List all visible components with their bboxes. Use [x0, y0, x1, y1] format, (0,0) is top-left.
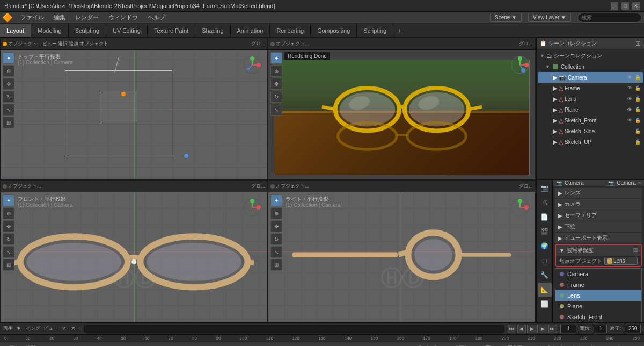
frame-start-input[interactable] [594, 325, 607, 333]
rotate-tool[interactable]: ↻ [3, 91, 14, 103]
outliner-filter-icon[interactable]: ⊞ [635, 40, 641, 47]
scene-selector[interactable]: Scene ▼ [490, 13, 522, 22]
props-icon-scene[interactable]: 🎬 [538, 225, 552, 239]
tab-sculpting[interactable]: Sculpting [69, 24, 106, 37]
view-layer-selector[interactable]: View Layer ▼ [528, 13, 571, 22]
viewport-bottom-left[interactable]: オブジェクト... グロ... [0, 180, 268, 322]
viewport-tl-menu-obj[interactable]: オブジェクト... [8, 40, 41, 47]
tab-texture-paint[interactable]: Texture Paint [148, 24, 195, 37]
br-rotate-tool[interactable]: ↻ [270, 233, 282, 245]
tab-shading[interactable]: Shading [195, 24, 230, 37]
tr-rotate-tool[interactable]: ↻ [270, 91, 282, 103]
lens-restrict-view[interactable]: 🔒 [635, 96, 641, 102]
dropdown-lens[interactable]: Lens [555, 290, 641, 301]
sketch-side-restrict-view[interactable]: 🔒 [635, 128, 641, 134]
bl-scale-tool[interactable]: ⤡ [3, 246, 14, 258]
menu-window[interactable]: ウィンドウ [104, 12, 142, 23]
frame-restrict-render[interactable]: 👁 [627, 85, 632, 91]
jump-start-button[interactable]: ⏮ [508, 325, 516, 333]
dof-checkbox[interactable]: ☑ [633, 248, 638, 253]
bl-cursor-tool[interactable]: ⊕ [3, 207, 14, 219]
timeline-menu-view[interactable]: ビュー [43, 325, 58, 332]
camera-restrict-render[interactable]: 👁 [627, 75, 632, 80]
frame-restrict-view[interactable]: 🔒 [635, 85, 641, 91]
viewport-bottom-right[interactable]: オブジェクト... グロ... ライト・平行投影 [268, 180, 536, 322]
br-move-tool[interactable]: ✥ [270, 220, 282, 232]
tr-select-tool[interactable]: ✦ [270, 52, 282, 64]
props-icon-material[interactable]: ⬜ [538, 297, 552, 311]
minimize-button[interactable]: — [611, 2, 618, 10]
current-frame-input[interactable]: 1 [560, 325, 576, 333]
timeline-menu-keying[interactable]: キーイング [16, 325, 40, 332]
timeline-menu-play[interactable]: 再生 [3, 325, 13, 332]
focus-object-field[interactable]: Lens [604, 257, 638, 265]
maximize-button[interactable]: □ [621, 2, 629, 10]
timeline-ruler[interactable] [84, 325, 504, 333]
tab-scripting[interactable]: Scripting [357, 24, 393, 37]
prop-section-lens[interactable]: ▶ レンズ [555, 188, 642, 198]
sketch-up-restrict-view[interactable]: 🔒 [635, 139, 641, 145]
viewport-bl-menu[interactable]: オブジェクト... [8, 183, 41, 190]
prop-section-background[interactable]: ▶ 下絵 [555, 221, 642, 232]
prop-section-safe-areas[interactable]: ▶ セーフエリア [555, 210, 642, 221]
bl-rotate-tool[interactable]: ↻ [3, 233, 14, 245]
props-icon-world[interactable]: 🌍 [538, 239, 552, 253]
tree-item-scene-collection[interactable]: ▼ 🗂 シーンコレクション [538, 51, 643, 61]
viewport-bl-gizmo[interactable]: グロ... [251, 183, 265, 190]
plane-restrict-render[interactable]: 👁 [627, 107, 632, 112]
menu-help[interactable]: ヘルプ [143, 12, 170, 23]
br-cursor-tool[interactable]: ⊕ [270, 207, 282, 219]
transform-tool[interactable]: ⊞ [3, 117, 14, 128]
props-icon-view-layer[interactable]: 📄 [538, 210, 552, 224]
viewport-tl-menu-object[interactable]: オブジェクト [79, 40, 108, 47]
tab-uv-editing[interactable]: UV Editing [106, 24, 148, 37]
tr-scale-tool[interactable]: ⤡ [270, 104, 282, 116]
tree-item-collection[interactable]: ▼ Collection [538, 61, 643, 72]
lens-restrict-render[interactable]: 👁 [627, 96, 632, 102]
bl-select-tool[interactable]: ✦ [3, 194, 14, 206]
plane-restrict-view[interactable]: 🔒 [635, 107, 641, 112]
cursor-tool[interactable]: ⊕ [3, 65, 14, 77]
next-frame-button[interactable]: ▶ [539, 325, 547, 333]
prop-section-camera[interactable]: ▶ カメラ [555, 199, 642, 210]
camera-restrict-view[interactable]: 🔒 [635, 75, 641, 80]
viewport-tl-menu-select[interactable]: 選択 [58, 40, 68, 47]
select-tool[interactable]: ✦ [3, 52, 14, 64]
viewport-tr-gizmo[interactable]: グロ... [519, 40, 533, 47]
prev-frame-button[interactable]: ◀ [517, 325, 526, 333]
dropdown-frame[interactable]: Frame [555, 279, 641, 290]
timeline-menu-marker[interactable]: マーカー [61, 325, 80, 332]
sketch-front-restrict-render[interactable]: 👁 [627, 118, 632, 123]
move-tool[interactable]: ✥ [3, 78, 14, 90]
tab-rendering[interactable]: Rendering [270, 24, 311, 37]
frame-end-input[interactable] [625, 325, 641, 333]
menu-file[interactable]: ファイル [16, 12, 48, 23]
viewport-top-right[interactable]: オブジェクト... グロ... Rendering Done [268, 38, 536, 180]
tab-animation[interactable]: Animation [231, 24, 270, 37]
props-icon-data[interactable]: 📐 [538, 283, 552, 297]
viewport-tl-menu-view[interactable]: ビュー [42, 40, 57, 47]
br-select-tool[interactable]: ✦ [270, 194, 282, 206]
menu-edit[interactable]: 編集 [49, 12, 70, 23]
tree-item-plane[interactable]: ▶ △ Plane 👁 🔒 [538, 104, 643, 115]
tr-move-tool[interactable]: ✥ [270, 78, 282, 90]
viewport-top-left[interactable]: オブジェクト... ビュー 選択 追加 オブジェクト グロ... → ↑ [0, 38, 268, 180]
br-transform-tool[interactable]: ⊞ [270, 259, 282, 271]
tree-item-camera[interactable]: ▶ 📷 Camera 👁 🔒 [538, 72, 643, 83]
tree-item-lens[interactable]: ▶ △ Lens 👁 🔒 [538, 93, 643, 104]
prop-section-dof[interactable]: ▼ 被写界深度 ☑ [556, 245, 641, 256]
dropdown-camera[interactable]: Camera [555, 269, 641, 279]
br-scale-tool[interactable]: ⤡ [270, 246, 282, 258]
tab-layout[interactable]: Layout [0, 24, 31, 37]
tr-cursor-tool[interactable]: ⊕ [270, 65, 282, 77]
bl-move-tool[interactable]: ✥ [3, 220, 14, 232]
tree-item-frame[interactable]: ▶ △ Frame 👁 🔒 [538, 83, 643, 93]
close-button[interactable]: ✕ [632, 2, 640, 10]
viewport-br-menu[interactable]: オブジェクト... [276, 183, 309, 190]
global-search-input[interactable] [577, 13, 642, 23]
scale-tool[interactable]: ⤡ [3, 104, 14, 116]
dropdown-sketch-front[interactable]: Sketch_Front [555, 312, 641, 322]
props-icon-render[interactable]: 📷 [538, 181, 552, 195]
viewport-tl-menu-add[interactable]: 追加 [69, 40, 78, 47]
bl-transform-tool[interactable]: ⊞ [3, 259, 14, 271]
